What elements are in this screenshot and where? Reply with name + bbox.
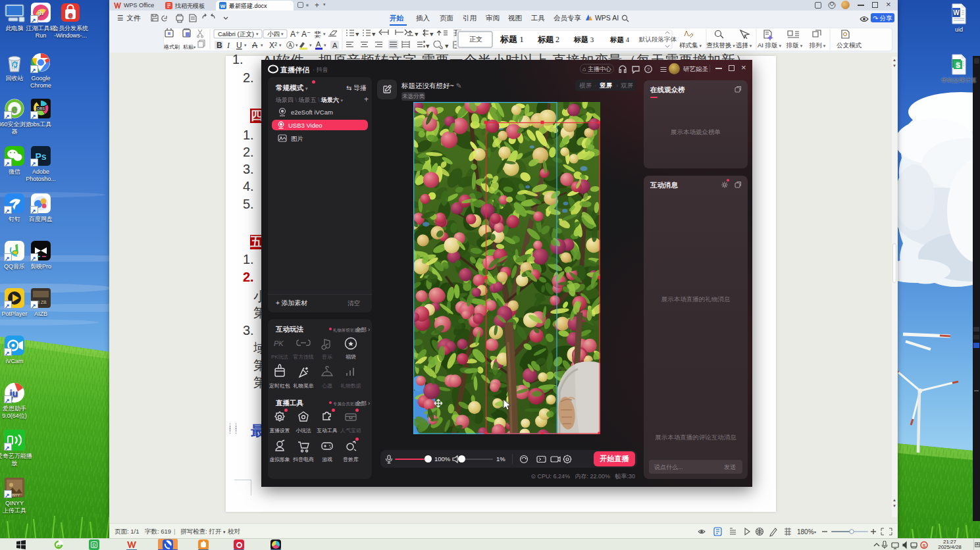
- svg-text:e: e: [12, 103, 18, 114]
- svg-text:A: A: [316, 40, 321, 48]
- svg-text:选择 ▾: 选择 ▾: [736, 41, 752, 49]
- svg-text:Ⓐ: Ⓐ: [286, 41, 294, 50]
- svg-text:▾: ▾: [373, 32, 375, 36]
- svg-text:AI 排版 ▾: AI 排版 ▾: [758, 41, 782, 49]
- svg-text:A⁺: A⁺: [290, 30, 299, 39]
- svg-text:?: ?: [647, 66, 650, 72]
- svg-text:婓: 婓: [314, 30, 321, 38]
- svg-text:直播伴侣: 直播伴侣: [280, 66, 309, 74]
- svg-text:▾: ▾: [261, 43, 263, 47]
- svg-text:W: W: [220, 3, 226, 9]
- svg-text:PK: PK: [274, 339, 284, 347]
- svg-text:S: S: [956, 62, 960, 69]
- svg-text:▾: ▾: [279, 43, 282, 47]
- svg-text:标题 1: 标题 1: [500, 34, 524, 44]
- svg-text:S: S: [923, 543, 926, 548]
- svg-text:标题 2: 标题 2: [537, 35, 559, 44]
- svg-text:B: B: [217, 41, 222, 50]
- svg-text:OBS: OBS: [37, 107, 45, 111]
- svg-text:I: I: [226, 41, 230, 50]
- svg-text:▾: ▾: [281, 32, 284, 36]
- svg-text:W: W: [953, 9, 960, 16]
- svg-text:iu: iu: [10, 388, 18, 399]
- svg-text:标题 3: 标题 3: [573, 36, 594, 43]
- svg-text:A: A: [252, 41, 257, 50]
- svg-text:e2eSoft iVCam: e2eSoft iVCam: [291, 109, 333, 116]
- svg-text:U: U: [236, 41, 242, 50]
- svg-text:▾: ▾: [430, 32, 433, 36]
- svg-text:A⁻: A⁻: [301, 30, 311, 39]
- svg-text:▾: ▾: [356, 32, 359, 36]
- svg-text:180%: 180%: [797, 528, 814, 536]
- svg-text:▾: ▾: [446, 43, 448, 48]
- svg-text:▾: ▾: [324, 43, 326, 47]
- svg-text:查找替换 ▾: 查找替换 ▾: [706, 41, 735, 49]
- svg-text:图片: 图片: [291, 135, 303, 142]
- svg-text:Calibri (正文): Calibri (正文): [218, 30, 254, 38]
- svg-text:公文模式: 公文模式: [837, 41, 862, 49]
- svg-text:粘贴▾: 粘贴▾: [183, 44, 196, 50]
- svg-text:▾: ▾: [244, 43, 247, 47]
- svg-text:▾: ▾: [426, 43, 429, 48]
- svg-text:格式刷: 格式刷: [164, 44, 180, 50]
- svg-text:排版 ▾: 排版 ▾: [786, 41, 803, 49]
- svg-text:标题 4: 标题 4: [609, 36, 630, 43]
- svg-text:Ps: Ps: [35, 151, 46, 162]
- svg-text:默认段落字体: 默认段落字体: [638, 36, 677, 43]
- svg-text:▾: ▾: [256, 32, 259, 36]
- svg-text:排列 ▾: 排列 ▾: [809, 41, 826, 49]
- svg-text:▾: ▾: [814, 530, 816, 534]
- svg-text:▾: ▾: [415, 32, 418, 36]
- svg-text:e: e: [57, 543, 61, 549]
- svg-text:· 抖音: · 抖音: [313, 66, 328, 73]
- svg-text:样式集 ▾: 样式集 ▾: [679, 41, 702, 49]
- svg-text:X²: X²: [269, 41, 277, 50]
- svg-text:小四: 小四: [267, 30, 280, 38]
- svg-text:A: A: [332, 41, 338, 49]
- svg-text:▾: ▾: [309, 43, 312, 47]
- svg-text:正文: 正文: [469, 36, 482, 43]
- svg-text:jh: jh: [38, 10, 43, 16]
- svg-text:e: e: [68, 10, 72, 20]
- svg-text:▾: ▾: [296, 43, 298, 47]
- svg-text:QINYY: QINYY: [9, 493, 20, 497]
- svg-text:AI ZB: AI ZB: [35, 300, 47, 305]
- svg-text:▾: ▾: [323, 32, 326, 36]
